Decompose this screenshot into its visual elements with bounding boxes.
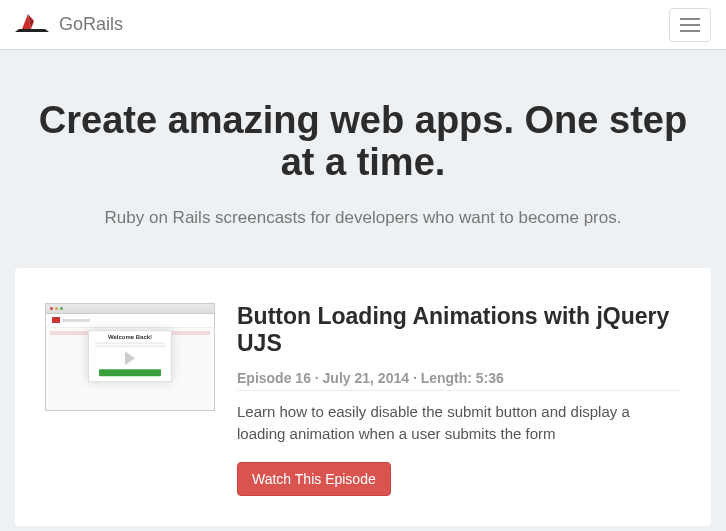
episode-thumbnail[interactable]: Welcome Back! xyxy=(45,303,215,411)
watch-episode-button[interactable]: Watch This Episode xyxy=(237,462,391,496)
thumb-modal-title: Welcome Back! xyxy=(89,331,171,341)
episode-card: Welcome Back! Button Loading Animations … xyxy=(15,268,711,526)
hero-subtitle: Ruby on Rails screencasts for developers… xyxy=(20,208,706,228)
hero-title: Create amazing web apps. One step at a t… xyxy=(20,100,706,184)
brand-logo-icon xyxy=(15,12,49,38)
menu-toggle-button[interactable] xyxy=(669,8,711,42)
episode-meta: Episode 16 · July 21, 2014 · Length: 5:3… xyxy=(237,370,681,386)
divider xyxy=(237,390,681,391)
play-icon xyxy=(125,351,135,365)
navbar: GoRails xyxy=(0,0,726,50)
brand-name: GoRails xyxy=(59,14,123,35)
episode-description: Learn how to easily disable the submit b… xyxy=(237,401,681,446)
brand-link[interactable]: GoRails xyxy=(15,12,123,38)
hero-section: Create amazing web apps. One step at a t… xyxy=(0,50,726,258)
hamburger-icon xyxy=(680,18,700,20)
episode-title[interactable]: Button Loading Animations with jQuery UJ… xyxy=(237,303,681,358)
episode-body: Button Loading Animations with jQuery UJ… xyxy=(237,303,681,496)
